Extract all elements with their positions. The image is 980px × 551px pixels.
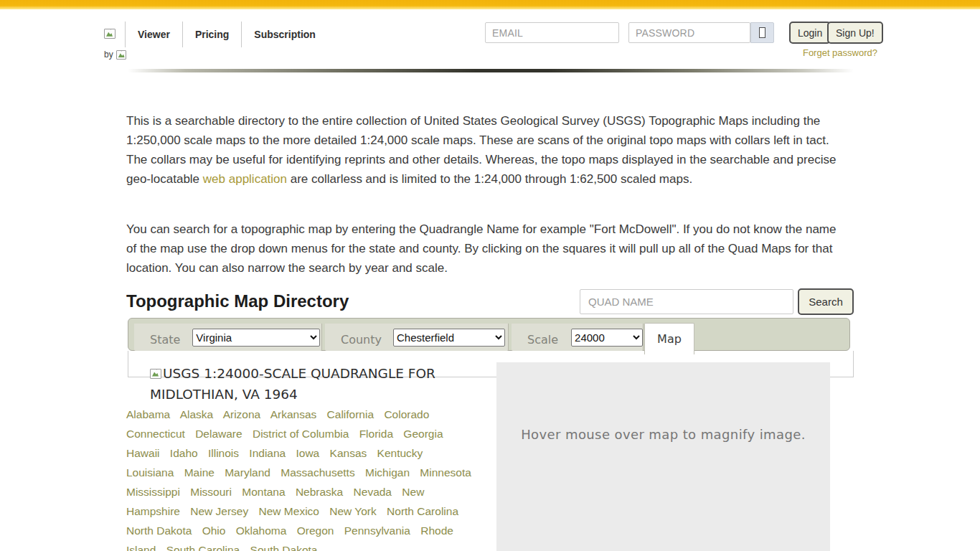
- state-link-minnesota[interactable]: Minnesota: [420, 466, 471, 479]
- nav-subscription[interactable]: Subscription: [241, 22, 328, 47]
- state-link-connecticut[interactable]: Connecticut: [126, 428, 185, 440]
- state-filter-group: State Virginia: [134, 324, 322, 351]
- state-link-georgia[interactable]: Georgia: [403, 428, 443, 440]
- state-link-south-carolina[interactable]: South Carolina: [166, 544, 240, 551]
- state-link-mississippi[interactable]: Mississippi: [126, 486, 180, 498]
- login-button[interactable]: Login: [789, 22, 831, 44]
- state-link-new-york[interactable]: New York: [329, 505, 376, 517]
- state-link-oregon[interactable]: Oregon: [297, 524, 334, 537]
- intro-p1-text-after: are collarless and is limited to the 1:2…: [287, 172, 692, 186]
- site-logo[interactable]: [104, 27, 116, 39]
- state-link-california[interactable]: California: [327, 408, 374, 420]
- top-accent-bar: [0, 0, 980, 9]
- county-label: County: [341, 333, 382, 347]
- state-link-north-dakota[interactable]: North Dakota: [126, 524, 192, 537]
- logo-byline: by: [104, 50, 126, 60]
- state-link-indiana[interactable]: Indiana: [249, 447, 286, 459]
- forgot-password-link[interactable]: Forget password?: [803, 47, 877, 58]
- main-nav: Viewer Pricing Subscription: [125, 22, 328, 47]
- county-select[interactable]: Chesterfield: [393, 329, 505, 347]
- by-label: by: [104, 50, 113, 60]
- web-application-link[interactable]: web application: [203, 172, 287, 186]
- nav-viewer[interactable]: Viewer: [125, 22, 182, 47]
- state-link-delaware[interactable]: Delaware: [195, 428, 242, 440]
- map-image-placeholder[interactable]: USGS 1:24000-SCALE QUADRANGLE FOR MIDLOT…: [150, 363, 474, 405]
- nav-pricing[interactable]: Pricing: [182, 22, 241, 47]
- intro-paragraph-1: This is a searchable directory to the en…: [126, 111, 848, 189]
- state-link-alabama[interactable]: Alabama: [126, 408, 170, 420]
- hover-hint-text: Hover mouse over map to magnify image.: [496, 427, 830, 442]
- state-link-montana[interactable]: Montana: [242, 486, 285, 498]
- state-link-maryland[interactable]: Maryland: [225, 466, 270, 479]
- page-title: Topographic Map Directory: [126, 291, 349, 311]
- broken-image-icon: [150, 369, 161, 379]
- state-link-missouri[interactable]: Missouri: [190, 486, 232, 498]
- state-link-massachusetts[interactable]: Massachusetts: [281, 466, 354, 479]
- state-link-nebraska[interactable]: Nebraska: [296, 486, 343, 498]
- scale-select[interactable]: 24000: [571, 329, 643, 347]
- map-magnifier-box[interactable]: Hover mouse over map to magnify image.: [496, 362, 830, 551]
- state-link-maine[interactable]: Maine: [184, 466, 215, 479]
- state-link-idaho[interactable]: Idaho: [170, 447, 198, 459]
- state-link-new-jersey[interactable]: New Jersey: [190, 505, 248, 517]
- state-select[interactable]: Virginia: [192, 329, 320, 347]
- header-gradient-banner: [128, 69, 854, 72]
- state-label: State: [150, 333, 180, 347]
- state-link-oklahoma[interactable]: Oklahoma: [236, 524, 287, 537]
- state-link-louisiana[interactable]: Louisiana: [126, 466, 174, 479]
- signup-button[interactable]: Sign Up!: [827, 22, 883, 44]
- page: Viewer Pricing Subscription by Login Sig…: [0, 0, 980, 551]
- state-link-new-mexico[interactable]: New Mexico: [259, 505, 319, 517]
- state-link-kentucky[interactable]: Kentucky: [377, 447, 423, 459]
- state-link-kansas[interactable]: Kansas: [330, 447, 367, 459]
- password-visibility-button[interactable]: [750, 22, 774, 43]
- search-button[interactable]: Search: [798, 288, 854, 315]
- state-link-michigan[interactable]: Michigan: [365, 466, 410, 479]
- state-link-illinois[interactable]: Illinois: [208, 447, 239, 459]
- state-link-florida[interactable]: Florida: [359, 428, 393, 440]
- state-link-arkansas[interactable]: Arkansas: [270, 408, 317, 420]
- broken-image-icon: [104, 29, 116, 39]
- password-field[interactable]: [628, 22, 750, 43]
- state-link-south-dakota[interactable]: South Dakota: [250, 544, 318, 551]
- state-link-north-carolina[interactable]: North Carolina: [387, 505, 458, 517]
- broken-image-icon: [116, 50, 126, 60]
- state-link-ohio[interactable]: Ohio: [202, 524, 226, 537]
- state-link-hawaii[interactable]: Hawaii: [126, 447, 160, 459]
- state-link-district-of-columbia[interactable]: District of Columbia: [253, 428, 349, 440]
- missing-glyph-icon: [759, 27, 765, 38]
- quad-name-input[interactable]: [580, 289, 793, 314]
- state-link-pennsylvania[interactable]: Pennsylvania: [344, 524, 410, 537]
- filter-tabbar: State Virginia County Chesterfield Scale…: [128, 318, 850, 351]
- state-link-colorado[interactable]: Colorado: [384, 408, 429, 420]
- state-link-iowa[interactable]: Iowa: [296, 447, 320, 459]
- state-link-alaska[interactable]: Alaska: [180, 408, 214, 420]
- state-link-nevada[interactable]: Nevada: [354, 486, 392, 498]
- intro-paragraph-2: You can search for a topographic map by …: [126, 220, 848, 278]
- map-image-alt-text: USGS 1:24000-SCALE QUADRANGLE FOR MIDLOT…: [150, 366, 435, 402]
- scale-label: Scale: [527, 333, 558, 347]
- scale-filter-group: Scale 24000: [512, 324, 644, 351]
- tab-map[interactable]: Map: [644, 323, 694, 354]
- state-link-arizona[interactable]: Arizona: [223, 408, 261, 420]
- state-links-list: Alabama Alaska Arizona Arkansas Californ…: [126, 405, 486, 551]
- email-field[interactable]: [485, 22, 619, 43]
- county-filter-group: County Chesterfield: [325, 324, 509, 351]
